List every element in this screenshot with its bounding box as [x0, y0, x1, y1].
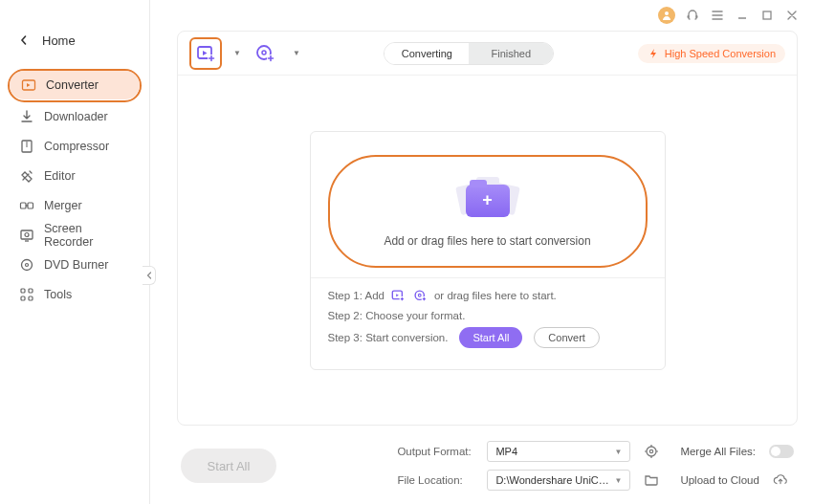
step-1-prefix: Step 1: Add: [328, 290, 385, 301]
folder-illustration-icon: +: [458, 175, 517, 221]
sidebar: Home Converter Downloader Compressor Edi…: [0, 0, 150, 504]
content-body: + Add or drag files here to start conver…: [178, 76, 797, 425]
sidebar-item-label: Converter: [46, 78, 99, 92]
output-format-value: MP4: [495, 446, 517, 457]
svg-point-6: [22, 260, 33, 271]
sidebar-item-label: Downloader: [44, 110, 108, 123]
svg-point-5: [25, 233, 29, 237]
svg-rect-14: [696, 15, 698, 18]
sidebar-item-compressor[interactable]: Compressor: [8, 132, 142, 161]
sidebar-item-editor[interactable]: Editor: [8, 162, 142, 190]
start-all-button[interactable]: Start All: [181, 449, 276, 483]
svg-rect-15: [763, 11, 771, 19]
add-dvd-button[interactable]: [249, 37, 281, 70]
output-format-row: Output Format: MP4 ▼: [397, 441, 659, 462]
open-folder-icon[interactable]: [644, 472, 659, 488]
svg-rect-10: [21, 296, 25, 300]
svg-point-12: [665, 11, 669, 15]
sidebar-item-label: Merger: [44, 199, 82, 212]
sidebar-item-label: Screen Recorder: [44, 222, 134, 249]
content-panel: ▼ ▼ Converting Finished High Speed Conve…: [177, 31, 798, 426]
back-icon[interactable]: [19, 35, 29, 45]
menu-icon[interactable]: [710, 8, 725, 23]
cloud-upload-icon[interactable]: [773, 472, 788, 488]
chevron-down-icon: ▼: [614, 476, 622, 485]
high-speed-toggle[interactable]: High Speed Conversion: [638, 44, 785, 63]
step-3-text: Step 3: Start conversion.: [328, 332, 449, 343]
tab-finished[interactable]: Finished: [469, 43, 553, 64]
titlebar: [150, 0, 813, 27]
file-location-value: D:\Wondershare UniConverter 1: [495, 474, 610, 486]
tab-converting[interactable]: Converting: [385, 43, 469, 64]
svg-rect-4: [21, 230, 33, 239]
lightning-icon: [648, 48, 659, 59]
compressor-icon: [19, 139, 34, 154]
file-location-label: File Location:: [397, 474, 473, 486]
upload-row: Upload to Cloud: [680, 472, 794, 488]
dropzone-text: Add or drag files here to start conversi…: [384, 234, 590, 248]
sidebar-item-dvd-burner[interactable]: DVD Burner: [8, 251, 142, 279]
svg-rect-9: [29, 289, 33, 293]
step-1: Step 1: Add or drag files here to start.: [328, 288, 648, 304]
file-location-select[interactable]: D:\Wondershare UniConverter 1 ▼: [487, 470, 630, 491]
svg-point-24: [418, 294, 421, 296]
format-settings-icon[interactable]: [644, 444, 659, 459]
merge-row: Merge All Files:: [680, 445, 794, 458]
editor-icon: [19, 168, 34, 184]
add-file-button[interactable]: [189, 37, 222, 70]
chevron-down-icon: ▼: [614, 448, 622, 456]
step-3: Step 3: Start conversion. Start All Conv…: [328, 327, 648, 348]
sidebar-item-label: DVD Burner: [44, 258, 108, 272]
sidebar-item-merger[interactable]: Merger: [8, 191, 142, 220]
support-icon[interactable]: [685, 8, 700, 23]
toolbar: ▼ ▼ Converting Finished High Speed Conve…: [178, 32, 797, 76]
upload-label: Upload to Cloud: [680, 474, 758, 486]
add-file-mini-icon[interactable]: [390, 288, 406, 304]
drop-card: + Add or drag files here to start conver…: [310, 131, 666, 370]
svg-rect-8: [21, 289, 25, 293]
output-format-select[interactable]: MP4 ▼: [487, 441, 630, 462]
svg-point-27: [650, 449, 653, 452]
maximize-icon[interactable]: [759, 8, 775, 23]
sidebar-item-screen-recorder[interactable]: Screen Recorder: [8, 221, 142, 250]
downloader-icon: [19, 109, 34, 124]
tab-switch: Converting Finished: [384, 42, 554, 65]
collapse-sidebar-button[interactable]: [143, 266, 156, 285]
close-icon[interactable]: [784, 8, 800, 23]
add-file-dropdown-icon[interactable]: ▼: [233, 49, 241, 57]
home-label: Home: [42, 33, 76, 48]
svg-rect-3: [28, 203, 33, 208]
svg-point-19: [262, 51, 266, 55]
add-dvd-mini-icon[interactable]: [412, 288, 428, 304]
svg-rect-2: [21, 203, 27, 208]
convert-small-button[interactable]: Convert: [534, 327, 600, 348]
sidebar-item-label: Editor: [44, 169, 76, 183]
start-all-small-button[interactable]: Start All: [459, 327, 522, 348]
converter-icon: [21, 77, 36, 93]
merge-toggle[interactable]: [769, 445, 794, 458]
add-dvd-dropdown-icon[interactable]: ▼: [293, 49, 300, 57]
sidebar-item-converter[interactable]: Converter: [10, 71, 140, 99]
step-2: Step 2: Choose your format.: [328, 310, 648, 321]
svg-point-7: [26, 264, 29, 267]
merge-label: Merge All Files:: [680, 446, 756, 457]
sidebar-item-downloader[interactable]: Downloader: [8, 102, 142, 131]
tools-icon: [19, 287, 34, 302]
step-1-suffix: or drag files here to start.: [434, 290, 557, 301]
file-location-row: File Location: D:\Wondershare UniConvert…: [397, 470, 659, 491]
svg-point-26: [647, 447, 656, 456]
sidebar-item-tools[interactable]: Tools: [8, 280, 142, 309]
main-area: ▼ ▼ Converting Finished High Speed Conve…: [150, 0, 813, 504]
home-row[interactable]: Home: [0, 27, 149, 54]
dropzone[interactable]: + Add or drag files here to start conver…: [328, 155, 648, 268]
svg-rect-13: [688, 15, 690, 18]
screen-recorder-icon: [19, 228, 34, 243]
steps: Step 1: Add or drag files here to start.…: [311, 277, 665, 369]
output-format-label: Output Format:: [397, 446, 473, 457]
sidebar-item-label: Compressor: [44, 140, 109, 153]
nav-list: Converter Downloader Compressor Editor M…: [0, 65, 149, 309]
minimize-icon[interactable]: [735, 8, 750, 23]
footer: Output Format: MP4 ▼ Merge All Files: St…: [177, 426, 798, 494]
user-avatar-icon[interactable]: [658, 7, 675, 24]
step-2-text: Step 2: Choose your format.: [328, 310, 466, 321]
